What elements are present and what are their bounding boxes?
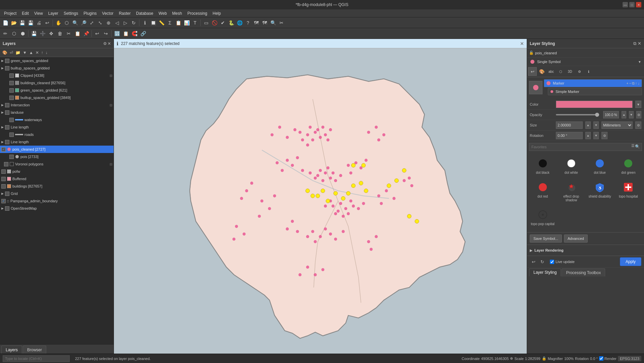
layer-item[interactable]: ▶ Grid <box>0 190 114 197</box>
remove-layer-button[interactable]: ✕ <box>35 50 40 55</box>
plugin1-button[interactable]: 🌐 <box>236 19 244 27</box>
3d-icon[interactable]: 3D <box>566 67 574 76</box>
layer-check[interactable] <box>5 66 9 70</box>
style-options-button[interactable]: ▼ <box>638 60 641 64</box>
delete-feature-button[interactable]: 🗑 <box>56 30 64 38</box>
opacity-up[interactable]: ▲ <box>622 111 626 118</box>
layer-item[interactable]: Voronoi polygons ⊟ <box>0 160 114 168</box>
menu-layer[interactable]: Layer <box>46 10 61 16</box>
select-tool[interactable]: ⬡ <box>63 19 71 27</box>
plugin3-button[interactable]: 🗺 <box>261 19 269 27</box>
close-panel-button[interactable]: ✕ <box>638 41 641 46</box>
menu-edit[interactable]: Edit <box>19 10 31 16</box>
symbol-item-effect-drop[interactable]: effect drop shadow <box>558 178 585 204</box>
new-project-button[interactable]: 📄 <box>1 19 9 27</box>
opacity-down[interactable]: ▼ <box>629 111 634 118</box>
layer-item-pois-cleaned[interactable]: pois_cleaned [2727] <box>0 146 114 153</box>
undo-edits-button[interactable]: ↩ <box>93 30 101 38</box>
symbol-item-shield[interactable]: ♿ shield disability <box>586 178 614 204</box>
menu-raster[interactable]: Raster <box>116 10 133 16</box>
menu-vector[interactable]: Vector <box>100 10 116 16</box>
layer-check[interactable] <box>4 162 8 166</box>
rotation-input[interactable] <box>556 132 583 139</box>
layer-check[interactable] <box>9 73 14 78</box>
size-down[interactable]: ▼ <box>593 121 599 129</box>
layer-item[interactable]: buildings [827657] <box>0 183 114 190</box>
add-symbol-layer[interactable]: + <box>626 81 628 86</box>
save-project-button[interactable]: 💾 <box>18 19 26 27</box>
lock-layer-button[interactable]: 🔓 <box>529 51 534 55</box>
layer-item[interactable]: □ Pampanga_admin_boundary <box>0 197 114 205</box>
copy-features-button[interactable]: 📋 <box>73 30 81 38</box>
tab-layers[interactable]: Layers <box>1 346 22 354</box>
size-options[interactable]: ⚙ <box>635 121 641 129</box>
layer-check[interactable] <box>9 118 14 122</box>
cut-features-button[interactable]: ✂ <box>65 30 73 38</box>
filter-layer-button[interactable]: ⏎ <box>9 50 14 55</box>
menu-database[interactable]: Database <box>133 10 156 16</box>
layer-check[interactable] <box>5 103 9 107</box>
layer-item[interactable]: waterways <box>0 116 114 123</box>
layer-item[interactable]: builtup_spaces_gridded [3849] <box>0 94 114 101</box>
undo-button[interactable]: ↩ <box>43 19 51 27</box>
info-bar-close-button[interactable]: ✕ <box>520 41 524 46</box>
layer-item[interactable]: pofw <box>0 168 114 175</box>
abc-label-icon[interactable]: abc <box>547 67 556 76</box>
measure-button[interactable]: 📏 <box>157 19 166 27</box>
layer-check[interactable] <box>9 155 14 159</box>
layer-check[interactable] <box>5 110 9 115</box>
layer-item[interactable]: ▶ builtup_spaces_gridded <box>0 64 114 72</box>
undo-style-button[interactable]: ↩ <box>530 258 537 265</box>
layer-check[interactable] <box>5 192 9 196</box>
menu-view[interactable]: View <box>31 10 46 16</box>
advanced-button[interactable]: Advanced <box>564 235 588 243</box>
symbol-item-dot-white[interactable]: dot white <box>558 154 585 177</box>
layer-item[interactable]: roads <box>0 131 114 138</box>
move-symbol-down[interactable]: ↓ <box>638 81 640 86</box>
color-options-button[interactable]: ▼ <box>635 101 641 108</box>
move-up-button[interactable]: ↑ <box>40 50 44 55</box>
field-calc-button[interactable]: 🔢 <box>113 30 121 38</box>
marker-tree-row[interactable]: Marker + − ⧉ ↑ ↓ <box>544 79 642 87</box>
save-layer-edits[interactable]: 💾 <box>30 30 38 38</box>
size-unit-select[interactable]: Millimeters Pixels Points <box>601 121 633 129</box>
zoom-out-button[interactable]: 🔎 <box>79 19 87 27</box>
label-button[interactable]: T <box>191 19 199 27</box>
symbol-search-input[interactable] <box>529 143 642 151</box>
diagram-icon[interactable]: ⬡ <box>556 67 565 76</box>
rotation-options[interactable]: ⚙ <box>601 132 607 139</box>
color-picker-button[interactable] <box>556 101 633 108</box>
zoom-layer-button[interactable]: ⊕ <box>105 19 113 27</box>
zoom-next-button[interactable]: ▷ <box>121 19 129 27</box>
layer-item[interactable]: green_spaces_gridded [621] <box>0 87 114 94</box>
open-layer-style-button[interactable]: 🎨 <box>1 50 8 55</box>
node-tool[interactable]: ⬡ <box>10 30 18 38</box>
refresh-button[interactable]: ↻ <box>130 19 138 27</box>
layer-item[interactable]: buildings_cleaned [827656] <box>0 79 114 87</box>
metadata-icon[interactable]: ℹ <box>584 67 593 76</box>
layers-close-button[interactable]: ✕ <box>108 41 111 46</box>
map-canvas[interactable] <box>114 48 527 354</box>
layer-item[interactable]: ▶ OpenStreetMap <box>0 205 114 212</box>
layer-item[interactable]: ▶ Line length <box>0 138 114 146</box>
tab-layer-styling[interactable]: Layer Styling <box>529 268 561 276</box>
menu-help[interactable]: Help <box>210 10 224 16</box>
move-symbol-up[interactable]: ↑ <box>635 81 637 86</box>
layer-check[interactable] <box>5 206 9 211</box>
plugin4-button[interactable]: 🔍 <box>269 19 277 27</box>
layer-check[interactable] <box>9 81 14 85</box>
save-as-button[interactable]: 💾 <box>26 19 35 27</box>
collapse-all-button[interactable]: ▲ <box>28 50 34 55</box>
rotation-down[interactable]: ▼ <box>593 132 599 139</box>
float-panel-button[interactable]: ⧉ <box>633 41 636 46</box>
layer-item[interactable]: ▶ landuse <box>0 109 114 116</box>
python-button[interactable]: 🐍 <box>227 19 235 27</box>
menu-project[interactable]: Project <box>1 10 19 16</box>
move-feature-button[interactable]: ✥ <box>47 30 55 38</box>
open-attr-button[interactable]: 📋 <box>122 30 130 38</box>
maximize-button[interactable]: □ <box>629 2 635 7</box>
plugin2-button[interactable]: 🗺 <box>252 19 260 27</box>
render-checkbox[interactable] <box>599 356 603 361</box>
deselect-button[interactable]: 🚫 <box>210 19 218 27</box>
add-group-button[interactable]: 📁 <box>14 50 21 55</box>
